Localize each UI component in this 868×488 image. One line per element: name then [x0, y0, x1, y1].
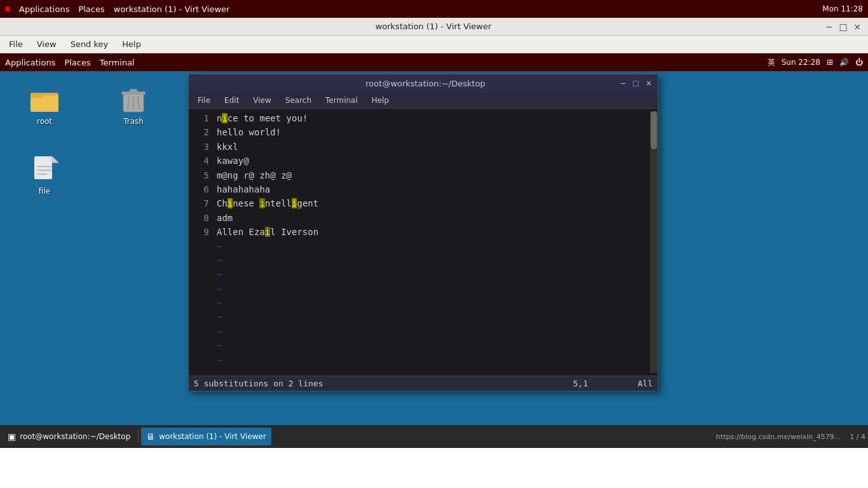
taskbar-separator — [138, 430, 139, 443]
tilde-line: ~ — [217, 282, 648, 296]
tilde-line: ~ — [217, 367, 648, 373]
status-message: 5 substitutions on 2 lines — [194, 379, 323, 388]
taskbar-right-info: https://blog.csdn.me/weixin_4579... 1 / … — [716, 433, 865, 441]
code-line-1: nice to meet you! — [217, 111, 648, 125]
terminal-restore-button[interactable]: □ — [632, 78, 639, 88]
virt-taskbar-icon: 🖥 — [146, 431, 155, 442]
terminal-taskbar-icon: ▣ — [8, 431, 16, 442]
tilde-line: ~ — [217, 296, 648, 310]
virt-menu-file[interactable]: File — [3, 38, 29, 50]
inner-applications-label[interactable]: Applications — [5, 58, 55, 67]
taskbar-item-terminal[interactable]: ▣ root@workstation:~/Desktop — [3, 428, 135, 445]
network-icon: ⊞ — [827, 58, 833, 67]
virt-viewer-titlebar: workstation (1) - Virt Viewer − □ × — [0, 18, 868, 36]
restore-button[interactable]: □ — [837, 21, 849, 32]
tilde-line: ~ — [217, 254, 648, 268]
outer-clock: Mon 11:28 — [822, 4, 863, 13]
taskbar-item-virt[interactable]: 🖥 workstation (1) - Virt Viewer — [141, 428, 271, 445]
desktop-icon-file[interactable]: file — [19, 154, 70, 196]
taskbar-url: https://blog.csdn.me/weixin_4579... — [716, 433, 841, 441]
outer-applications-label[interactable]: Applications — [19, 4, 69, 14]
virt-menu-sendkey[interactable]: Send key — [64, 38, 115, 50]
outer-window-title: workstation (1) - Virt Viewer — [114, 4, 230, 14]
taskbar-virt-label: workstation (1) - Virt Viewer — [159, 432, 266, 441]
svg-rect-2 — [31, 93, 43, 98]
code-line-9: Allen Ezail Iverson — [217, 225, 648, 239]
tilde-line: ~ — [217, 240, 648, 254]
terminal-window: root@workstation:~/Desktop − □ × File Ed… — [188, 74, 658, 391]
inner-places-label[interactable]: Places — [64, 58, 90, 67]
terminal-close-button[interactable]: × — [645, 78, 653, 88]
inner-clock: Sun 22:28 — [782, 58, 820, 67]
outer-os-taskbar: Applications Places workstation (1) - Vi… — [0, 0, 868, 18]
code-line-7: Chinese intelligent — [217, 196, 648, 210]
tilde-line: ~ — [217, 325, 648, 339]
trash-icon-label: Trash — [123, 117, 144, 126]
desktop: root Trash — [0, 71, 868, 448]
status-position: 5,1 All — [573, 379, 653, 388]
tilde-line: ~ — [217, 268, 648, 281]
tilde-line: ~ — [217, 353, 648, 367]
term-menu-terminal[interactable]: Terminal — [319, 95, 364, 106]
tilde-line: ~ — [217, 339, 648, 353]
term-menu-view[interactable]: View — [247, 95, 277, 106]
inner-lang: 英 — [768, 57, 775, 68]
terminal-title: root@workstation:~/Desktop — [232, 79, 619, 88]
terminal-statusbar: 5 substitutions on 2 lines 5,1 All — [189, 376, 658, 391]
red-dot-icon — [5, 6, 10, 11]
virt-menu-help[interactable]: Help — [116, 38, 147, 50]
code-line-2: hello world! — [217, 125, 648, 139]
term-menu-help[interactable]: Help — [365, 95, 395, 106]
terminal-titlebar: root@workstation:~/Desktop − □ × — [189, 74, 658, 92]
line-numbers: 1 2 3 4 5 6 7 8 9 ~ ~ ~ ~ ~ ~ ~ ~ ~ ~ — [189, 111, 214, 373]
volume-icon: 🔊 — [839, 58, 849, 67]
term-menu-file[interactable]: File — [191, 95, 217, 106]
virt-viewer-title: workstation (1) - Virt Viewer — [43, 22, 824, 31]
inner-terminal-label[interactable]: Terminal — [100, 58, 135, 67]
terminal-menubar: File Edit View Search Terminal Help — [189, 92, 658, 109]
file-icon-label: file — [39, 187, 50, 196]
desktop-icon-root[interactable]: root — [19, 84, 70, 126]
code-line-5: m@ng r@ zh@ z@ — [217, 168, 648, 182]
terminal-scrollbar[interactable] — [650, 111, 658, 373]
minimize-button[interactable]: − — [824, 21, 835, 32]
outer-places-label[interactable]: Places — [78, 4, 104, 14]
code-line-6: hahahahaha — [217, 182, 648, 196]
bottom-taskbar: ▣ root@workstation:~/Desktop 🖥 workstati… — [0, 425, 868, 448]
terminal-minimize-button[interactable]: − — [619, 78, 627, 88]
code-line-3: kkxl — [217, 140, 648, 154]
inner-os-taskbar: Applications Places Terminal 英 Sun 22:28… — [0, 53, 868, 71]
tilde-line: ~ — [217, 310, 648, 324]
terminal-content: 1 2 3 4 5 6 7 8 9 ~ ~ ~ ~ ~ ~ ~ ~ ~ ~ — [189, 109, 658, 376]
svg-rect-10 — [34, 156, 52, 179]
code-area: nice to meet you! hello world! kkxl kawa… — [214, 111, 650, 373]
term-menu-search[interactable]: Search — [279, 95, 318, 106]
root-icon-label: root — [37, 117, 52, 126]
virt-viewer-menubar: File View Send key Help — [0, 36, 868, 53]
desktop-icon-trash[interactable]: Trash — [108, 84, 159, 126]
close-button[interactable]: × — [851, 21, 863, 32]
taskbar-terminal-label: root@workstation:~/Desktop — [20, 432, 130, 441]
virt-menu-view[interactable]: View — [31, 38, 63, 50]
power-icon: ⏻ — [855, 58, 863, 67]
svg-rect-6 — [130, 89, 137, 92]
term-menu-edit[interactable]: Edit — [218, 95, 245, 106]
code-line-8: adm — [217, 211, 648, 225]
taskbar-page: 1 / 4 — [850, 433, 865, 441]
code-line-4: kaway@ — [217, 154, 648, 168]
terminal-scroll-thumb[interactable] — [651, 111, 657, 149]
